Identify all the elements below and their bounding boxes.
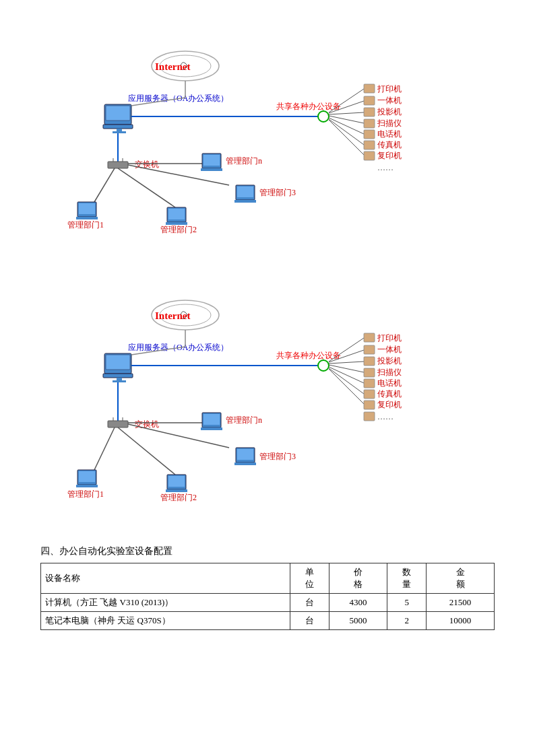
svg-line-78: [329, 365, 364, 372]
svg-line-105: [94, 427, 115, 470]
svg-rect-85: [364, 368, 375, 377]
svg-rect-25: [364, 130, 375, 139]
svg-text:打印机: 打印机: [377, 84, 402, 94]
svg-point-12: [318, 111, 329, 122]
svg-line-20: [329, 120, 364, 155]
col-header-price: 价格: [329, 563, 387, 594]
svg-text:管理部门1: 管理部门1: [67, 489, 104, 499]
svg-line-19: [329, 119, 364, 145]
table-cell: 2: [387, 612, 427, 630]
svg-line-17: [329, 116, 364, 123]
col-header-qty: 数量: [387, 563, 427, 594]
svg-rect-69: [113, 380, 126, 382]
svg-text:打印机: 打印机: [377, 333, 402, 343]
table-cell: 台: [290, 594, 329, 612]
svg-text:……: ……: [377, 163, 394, 172]
svg-line-14: [329, 89, 364, 112]
table-cell: 台: [290, 612, 329, 630]
svg-text:电话机: 电话机: [377, 378, 402, 388]
svg-rect-113: [234, 462, 256, 465]
svg-line-80: [329, 368, 364, 394]
svg-rect-66: [106, 355, 130, 370]
svg-rect-46: [203, 155, 220, 166]
svg-rect-99: [108, 421, 128, 427]
svg-text:复印机: 复印机: [377, 151, 402, 160]
diagram1: Internet 应用服务器（OA办公系统） 共享各种办公设备: [40, 27, 495, 256]
svg-text:共享各种办公设备: 共享各种办公设备: [276, 102, 341, 111]
page: Internet 应用服务器（OA办公系统） 共享各种办公设备: [0, 0, 535, 756]
svg-rect-109: [201, 427, 222, 430]
svg-line-75: [329, 338, 364, 362]
svg-line-43: [94, 168, 115, 202]
svg-text:投影机: 投影机: [377, 356, 402, 366]
table-cell: 4300: [329, 594, 387, 612]
col-header-amount: 金额: [427, 563, 495, 594]
svg-text:复印机: 复印机: [377, 400, 402, 409]
svg-rect-84: [364, 357, 375, 366]
svg-rect-82: [364, 333, 375, 342]
svg-rect-24: [364, 119, 375, 128]
svg-rect-5: [106, 106, 130, 121]
svg-rect-37: [108, 162, 128, 168]
svg-text:……: ……: [377, 412, 394, 421]
svg-rect-47: [201, 168, 222, 171]
svg-rect-55: [76, 217, 98, 219]
svg-text:电话机: 电话机: [377, 129, 402, 139]
svg-rect-121: [166, 489, 187, 492]
table-cell: 5000: [329, 612, 387, 630]
table-cell: 笔记本电脑（神舟 天运 Q370S）: [41, 612, 290, 630]
svg-rect-54: [79, 203, 95, 214]
svg-rect-88: [364, 401, 375, 409]
svg-line-44: [118, 168, 175, 207]
svg-text:管理部门2: 管理部门2: [160, 493, 197, 502]
table-cell: 21500: [427, 594, 495, 612]
svg-text:一体机: 一体机: [377, 345, 402, 354]
equipment-table: 设备名称 单位 价格 数量 金额 计算机（方正 飞越 V310 (2013)）台…: [40, 563, 495, 630]
svg-rect-50: [237, 186, 253, 197]
svg-rect-67: [103, 374, 133, 378]
svg-rect-26: [364, 141, 375, 149]
svg-rect-58: [168, 209, 185, 219]
svg-rect-83: [364, 345, 375, 354]
svg-rect-8: [113, 131, 126, 133]
svg-text:交换机: 交换机: [135, 160, 159, 169]
svg-rect-22: [364, 96, 375, 105]
svg-line-81: [329, 369, 364, 404]
table-cell: 计算机（方正 飞越 V310 (2013)）: [41, 594, 290, 612]
svg-rect-27: [364, 151, 375, 160]
col-header-unit: 单位: [290, 563, 329, 594]
svg-text:管理部门n: 管理部门n: [226, 415, 262, 425]
svg-rect-112: [237, 449, 253, 460]
svg-text:共享各种办公设备: 共享各种办公设备: [276, 351, 341, 360]
svg-point-73: [318, 360, 329, 371]
svg-line-16: [329, 112, 364, 114]
svg-text:一体机: 一体机: [377, 96, 402, 105]
svg-text:扫描仪: 扫描仪: [377, 368, 402, 377]
svg-text:传真机: 传真机: [377, 140, 402, 149]
svg-rect-120: [168, 476, 185, 487]
svg-text:管理部门1: 管理部门1: [67, 220, 104, 230]
svg-rect-23: [364, 108, 375, 116]
svg-text:管理部门n: 管理部门n: [226, 156, 262, 166]
svg-line-106: [118, 427, 175, 475]
svg-text:管理部门3: 管理部门3: [259, 452, 296, 461]
svg-rect-108: [203, 414, 220, 425]
svg-text:传真机: 传真机: [377, 389, 402, 399]
table-row: 笔记本电脑（神舟 天运 Q370S）台5000210000: [41, 612, 495, 630]
svg-rect-117: [76, 485, 98, 487]
svg-text:Internet: Internet: [155, 310, 191, 321]
svg-text:扫描仪: 扫描仪: [377, 118, 402, 128]
svg-text:管理部门3: 管理部门3: [259, 188, 296, 197]
svg-text:Internet: Internet: [155, 61, 191, 72]
svg-rect-86: [364, 379, 375, 388]
svg-rect-116: [79, 471, 95, 482]
svg-rect-21: [364, 84, 375, 93]
table-row: 计算机（方正 飞越 V310 (2013)）台4300521500: [41, 594, 495, 612]
col-header-name: 设备名称: [41, 563, 290, 594]
svg-text:投影机: 投影机: [377, 107, 402, 116]
svg-rect-87: [364, 390, 375, 399]
table-cell: 10000: [427, 612, 495, 630]
section-title: 四、办公自动化实验室设备配置: [40, 545, 495, 557]
svg-text:管理部门2: 管理部门2: [160, 225, 197, 234]
svg-rect-51: [234, 200, 256, 203]
